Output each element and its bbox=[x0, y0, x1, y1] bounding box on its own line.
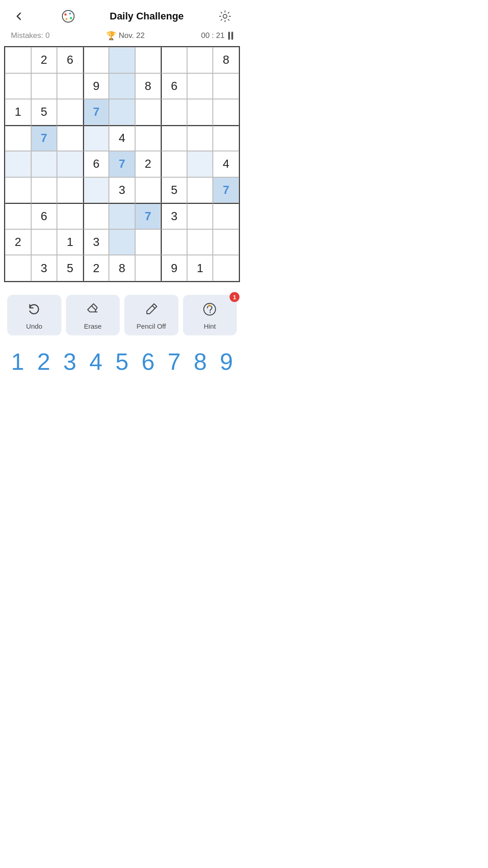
cell[interactable]: 7 bbox=[109, 151, 135, 177]
cell[interactable] bbox=[31, 73, 57, 99]
cell[interactable] bbox=[83, 203, 109, 229]
cell[interactable] bbox=[31, 177, 57, 203]
cell[interactable]: 9 bbox=[161, 255, 187, 281]
num-button-7[interactable]: 7 bbox=[162, 350, 186, 373]
settings-button[interactable] bbox=[217, 8, 233, 24]
cell[interactable] bbox=[5, 125, 31, 151]
num-button-4[interactable]: 4 bbox=[84, 350, 108, 373]
num-button-6[interactable]: 6 bbox=[136, 350, 160, 373]
hint-button[interactable]: 1 Hint bbox=[183, 295, 237, 335]
cell[interactable]: 7 bbox=[83, 99, 109, 125]
cell[interactable] bbox=[5, 255, 31, 281]
cell[interactable] bbox=[213, 229, 239, 255]
back-button[interactable] bbox=[11, 8, 27, 24]
cell[interactable] bbox=[5, 203, 31, 229]
cell[interactable]: 3 bbox=[161, 203, 187, 229]
sudoku-grid[interactable]: 268986157746724357673213352891 bbox=[4, 46, 240, 282]
hint-badge: 1 bbox=[230, 292, 239, 302]
cell[interactable] bbox=[161, 229, 187, 255]
cell[interactable]: 6 bbox=[161, 73, 187, 99]
cell[interactable] bbox=[161, 47, 187, 73]
cell[interactable] bbox=[187, 73, 213, 99]
cell[interactable]: 5 bbox=[57, 255, 83, 281]
cell[interactable] bbox=[213, 73, 239, 99]
cell[interactable]: 8 bbox=[213, 47, 239, 73]
num-button-5[interactable]: 5 bbox=[110, 350, 134, 373]
cell[interactable]: 2 bbox=[135, 151, 161, 177]
cell[interactable] bbox=[57, 177, 83, 203]
cell[interactable]: 3 bbox=[109, 177, 135, 203]
cell[interactable]: 7 bbox=[31, 125, 57, 151]
cell[interactable]: 5 bbox=[161, 177, 187, 203]
cell[interactable] bbox=[57, 125, 83, 151]
cell[interactable] bbox=[135, 255, 161, 281]
cell[interactable]: 6 bbox=[83, 151, 109, 177]
pencil-button[interactable]: Pencil Off bbox=[124, 295, 178, 335]
cell[interactable] bbox=[213, 203, 239, 229]
cell[interactable] bbox=[57, 151, 83, 177]
cell[interactable] bbox=[5, 73, 31, 99]
pause-button[interactable] bbox=[228, 32, 233, 40]
cell[interactable] bbox=[109, 73, 135, 99]
cell[interactable] bbox=[135, 47, 161, 73]
cell[interactable] bbox=[57, 203, 83, 229]
cell[interactable] bbox=[187, 229, 213, 255]
cell[interactable]: 9 bbox=[83, 73, 109, 99]
num-button-8[interactable]: 8 bbox=[188, 350, 212, 373]
undo-button[interactable]: Undo bbox=[7, 295, 61, 335]
cell[interactable]: 1 bbox=[5, 99, 31, 125]
theme-button[interactable] bbox=[60, 8, 76, 24]
cell[interactable] bbox=[109, 47, 135, 73]
cell[interactable] bbox=[187, 203, 213, 229]
cell[interactable] bbox=[187, 47, 213, 73]
cell[interactable] bbox=[135, 177, 161, 203]
cell[interactable] bbox=[5, 177, 31, 203]
cell[interactable] bbox=[31, 151, 57, 177]
cell[interactable]: 4 bbox=[213, 151, 239, 177]
cell[interactable]: 2 bbox=[5, 229, 31, 255]
cell[interactable]: 7 bbox=[135, 203, 161, 229]
cell[interactable] bbox=[5, 151, 31, 177]
cell[interactable] bbox=[135, 229, 161, 255]
cell[interactable]: 1 bbox=[187, 255, 213, 281]
cell[interactable] bbox=[57, 73, 83, 99]
cell[interactable]: 7 bbox=[213, 177, 239, 203]
cell[interactable] bbox=[57, 99, 83, 125]
cell[interactable] bbox=[109, 203, 135, 229]
cell[interactable]: 6 bbox=[31, 203, 57, 229]
cell[interactable] bbox=[83, 125, 109, 151]
cell[interactable]: 6 bbox=[57, 47, 83, 73]
cell[interactable]: 8 bbox=[109, 255, 135, 281]
cell[interactable] bbox=[109, 99, 135, 125]
cell[interactable] bbox=[187, 125, 213, 151]
erase-button[interactable]: Erase bbox=[66, 295, 120, 335]
cell[interactable]: 1 bbox=[57, 229, 83, 255]
cell[interactable] bbox=[161, 99, 187, 125]
cell[interactable]: 2 bbox=[83, 255, 109, 281]
cell[interactable]: 5 bbox=[31, 99, 57, 125]
cell[interactable] bbox=[135, 125, 161, 151]
cell[interactable] bbox=[187, 177, 213, 203]
cell[interactable] bbox=[187, 99, 213, 125]
cell[interactable] bbox=[109, 229, 135, 255]
cell[interactable] bbox=[213, 125, 239, 151]
cell[interactable] bbox=[161, 151, 187, 177]
cell[interactable] bbox=[135, 99, 161, 125]
cell[interactable] bbox=[187, 151, 213, 177]
num-button-2[interactable]: 2 bbox=[32, 350, 56, 373]
num-button-3[interactable]: 3 bbox=[58, 350, 81, 373]
cell[interactable]: 8 bbox=[135, 73, 161, 99]
cell[interactable] bbox=[5, 47, 31, 73]
num-button-9[interactable]: 9 bbox=[215, 350, 238, 373]
cell[interactable]: 2 bbox=[31, 47, 57, 73]
cell[interactable] bbox=[213, 99, 239, 125]
cell[interactable] bbox=[213, 255, 239, 281]
cell[interactable] bbox=[31, 229, 57, 255]
cell[interactable] bbox=[83, 47, 109, 73]
cell[interactable]: 3 bbox=[31, 255, 57, 281]
cell[interactable]: 4 bbox=[109, 125, 135, 151]
cell[interactable] bbox=[83, 177, 109, 203]
cell[interactable]: 3 bbox=[83, 229, 109, 255]
num-button-1[interactable]: 1 bbox=[6, 350, 29, 373]
cell[interactable] bbox=[161, 125, 187, 151]
